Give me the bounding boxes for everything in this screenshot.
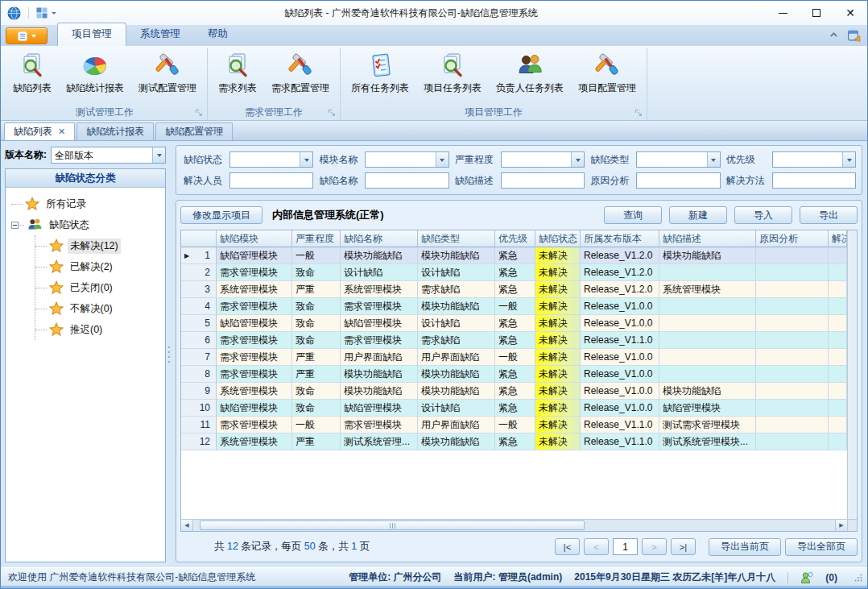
table-row[interactable]: 10缺陷管理模块致命缺陷管理模块设计缺陷紧急未解决Release_V1.0.0缺…: [181, 400, 847, 417]
export-all-pages-button[interactable]: 导出全部页: [785, 538, 858, 556]
scroll-left-icon[interactable]: ◀: [181, 520, 193, 531]
ribbon-button[interactable]: 所有任务列表: [344, 49, 416, 97]
row-header[interactable]: 7: [181, 349, 217, 366]
minimize-button[interactable]: [766, 2, 800, 25]
prev-page-button[interactable]: <: [584, 538, 609, 555]
row-header[interactable]: 12: [181, 433, 217, 450]
row-header[interactable]: 2: [181, 264, 217, 281]
ribbon-button[interactable]: 测试配置管理: [131, 49, 204, 97]
filter-text-field[interactable]: [773, 173, 855, 188]
column-header[interactable]: 解决方法: [829, 230, 847, 247]
tree-item[interactable]: 缺陷状态: [11, 214, 163, 235]
scroll-right-icon[interactable]: ▶: [835, 520, 847, 531]
filter-text-field[interactable]: [637, 173, 719, 188]
table-row[interactable]: 4需求管理模块致命需求管理模块模块功能缺陷一般未解决Release_V1.0.0: [181, 298, 847, 315]
panel-splitter[interactable]: [166, 141, 172, 567]
column-header[interactable]: 原因分析: [756, 230, 829, 247]
tree-item[interactable]: 推迟(0): [35, 319, 163, 340]
table-row[interactable]: 7需求管理模块严重用户界面缺陷用户界面缺陷一般未解决Release_V1.0.0: [181, 349, 847, 366]
filter-text-field[interactable]: [366, 173, 448, 188]
ribbon-button[interactable]: 缺陷列表: [6, 49, 59, 97]
tree-item[interactable]: 已关闭(0): [35, 277, 163, 298]
dialog-launcher-icon[interactable]: [328, 109, 336, 117]
table-row[interactable]: 12系统管理模块严重测试系统管理...模块功能缺陷紧急未解决Release_V1…: [181, 433, 847, 450]
filter-combo[interactable]: [636, 151, 720, 168]
column-header[interactable]: 缺陷描述: [659, 230, 756, 247]
document-tab[interactable]: 缺陷列表✕: [4, 122, 75, 140]
column-header[interactable]: 优先级: [495, 230, 535, 247]
filter-input[interactable]: [501, 172, 585, 189]
row-header[interactable]: 8: [181, 366, 217, 383]
table-row[interactable]: ▶1缺陷管理模块一般模块功能缺陷模块功能缺陷紧急未解决Release_V1.2.…: [181, 247, 847, 264]
scrollbar-thumb[interactable]: [200, 521, 585, 530]
table-row[interactable]: 3系统管理模块严重系统管理模块需求缺陷紧急未解决Release_V1.2.0系统…: [181, 281, 847, 298]
filter-text-field[interactable]: [637, 152, 706, 167]
column-header[interactable]: 严重程度: [292, 230, 341, 247]
ribbon-button[interactable]: 需求列表: [211, 49, 264, 97]
row-header[interactable]: ▶1: [181, 247, 217, 264]
vertical-scrollbar[interactable]: [847, 230, 857, 519]
ribbon-tab[interactable]: 帮助: [194, 23, 242, 46]
table-row[interactable]: 2需求管理模块致命设计缺陷设计缺陷紧急未解决Release_V1.2.0: [181, 264, 847, 281]
dialog-launcher-icon[interactable]: [634, 109, 643, 117]
chevron-down-icon[interactable]: [152, 147, 165, 163]
row-header[interactable]: 3: [181, 281, 217, 298]
table-row[interactable]: 5缺陷管理模块致命缺陷管理模块设计缺陷紧急未解决Release_V1.0.0: [181, 315, 847, 332]
app-menu-button[interactable]: [6, 27, 48, 44]
collapse-ribbon-icon[interactable]: [829, 30, 839, 40]
filter-text-field[interactable]: [230, 152, 300, 167]
tree-item[interactable]: 所有记录: [11, 193, 163, 214]
user-status-icon[interactable]: [800, 571, 813, 584]
filter-combo[interactable]: [501, 151, 585, 168]
query-button[interactable]: 查询: [604, 206, 662, 224]
new-button[interactable]: 新建: [669, 206, 727, 224]
column-header[interactable]: 缺陷名称: [341, 230, 418, 247]
ribbon-tab[interactable]: 系统管理: [126, 23, 194, 46]
tree-item[interactable]: 不解决(0): [35, 298, 163, 319]
column-header[interactable]: 缺陷模块: [217, 230, 292, 247]
close-button[interactable]: ✕: [833, 2, 867, 25]
ribbon-button[interactable]: 项目任务列表: [416, 49, 489, 97]
ribbon-window-icon[interactable]: [847, 28, 861, 42]
export-current-page-button[interactable]: 导出当前页: [709, 538, 781, 556]
table-row[interactable]: 11需求管理模块一般需求管理模块用户界面缺陷一般未解决Release_V1.1.…: [181, 417, 847, 433]
column-header[interactable]: 缺陷状态: [535, 230, 581, 247]
export-button[interactable]: 导出: [800, 206, 858, 224]
ribbon-button[interactable]: 负责人任务列表: [489, 49, 571, 97]
filter-text-field[interactable]: [773, 152, 842, 167]
resize-grip[interactable]: [854, 574, 862, 582]
ribbon-button[interactable]: 缺陷统计报表: [59, 49, 131, 97]
modify-display-button[interactable]: 修改显示项目: [180, 206, 262, 224]
filter-combo[interactable]: [229, 151, 313, 168]
row-header[interactable]: 11: [181, 417, 217, 433]
row-header[interactable]: 9: [181, 383, 217, 400]
ribbon-button[interactable]: 需求配置管理: [264, 49, 337, 97]
scrollbar-track[interactable]: [193, 520, 835, 531]
page-number-input[interactable]: [613, 538, 638, 555]
chevron-down-icon[interactable]: [842, 152, 855, 167]
import-button[interactable]: 导入: [734, 206, 792, 224]
column-header[interactable]: 所属发布版本: [581, 230, 659, 247]
quick-access-grid-icon[interactable]: [36, 7, 48, 19]
filter-input[interactable]: [772, 172, 856, 189]
column-header[interactable]: 缺陷类型: [418, 230, 495, 247]
filter-input[interactable]: [229, 172, 313, 189]
filter-text-field[interactable]: [502, 152, 571, 167]
document-tab[interactable]: 缺陷配置管理: [155, 122, 233, 140]
chevron-down-icon[interactable]: [571, 152, 584, 167]
first-page-button[interactable]: |<: [555, 538, 580, 555]
ribbon-button[interactable]: 项目配置管理: [571, 49, 643, 97]
tree-item[interactable]: 未解决(12): [35, 235, 163, 256]
chevron-down-icon[interactable]: [436, 152, 448, 167]
row-header[interactable]: 4: [181, 298, 217, 315]
tab-close-icon[interactable]: ✕: [58, 127, 65, 136]
version-select[interactable]: 全部版本: [51, 147, 166, 164]
maximize-button[interactable]: [800, 2, 833, 25]
filter-input[interactable]: [365, 172, 448, 189]
dialog-launcher-icon[interactable]: [195, 109, 203, 117]
filter-text-field[interactable]: [230, 173, 312, 188]
row-header[interactable]: 6: [181, 332, 217, 349]
filter-text-field[interactable]: [502, 173, 584, 188]
filter-combo[interactable]: [365, 151, 448, 168]
chevron-down-icon[interactable]: [300, 152, 312, 167]
